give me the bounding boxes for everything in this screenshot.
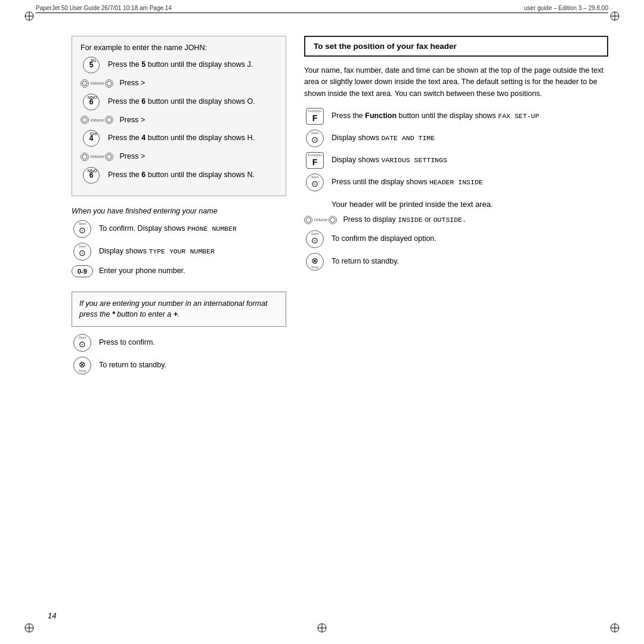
step-icon-vol2: Volume (80, 116, 113, 124)
type-icon: Start ⊙ (72, 243, 93, 261)
step-icon-1: JKL 5 (80, 57, 102, 73)
confirm-icon: Start ⊙ (72, 220, 93, 238)
svg-point-18 (82, 117, 87, 122)
right-text-2: Display shows DATE AND TIME (332, 133, 608, 144)
press-confirm-text: Press to confirm. (99, 338, 286, 348)
vol-circle-r2 (105, 116, 113, 124)
vol-circle-l3 (80, 153, 89, 161)
start-button-2[interactable]: Start ⊙ (73, 243, 91, 261)
step-text-2: Press the 6 button until the display sho… (108, 97, 277, 107)
start-label-1: Start (79, 222, 86, 225)
intro-text: For example to enter the name JOHN: (80, 44, 277, 52)
vol-circle-rr (329, 216, 337, 224)
vol-label-2: Volume (90, 118, 104, 122)
right-icon-2: Start ⊙ (304, 129, 326, 147)
right-step-7: Start ⊙ To confirm the displayed option. (304, 230, 608, 248)
confirm-row: Start ⊙ To confirm. Display shows PHONE … (72, 220, 286, 238)
function-button-1[interactable]: Function F (306, 108, 324, 125)
button-5[interactable]: JKL 5 (83, 57, 100, 73)
start-label-3: Start (79, 336, 86, 339)
finished-section: When you have finished entering your nam… (72, 207, 286, 282)
page-number: 14 (48, 611, 56, 620)
stop-label-left: Stop (79, 369, 86, 373)
start-button-r3[interactable]: Start ⊙ (306, 230, 324, 248)
start-button-3[interactable]: Start ⊙ (73, 334, 91, 352)
start-label-r2: Start (311, 175, 319, 179)
type-text: Display shows TYPE YOUR NUMBER (99, 246, 286, 257)
volume-group-2: Volume (80, 116, 113, 124)
svg-point-17 (107, 81, 112, 86)
start-button-r1[interactable]: Start ⊙ (306, 129, 324, 147)
return-standby-icon-left: ⊗ Stop (72, 357, 93, 374)
step-icon-vol1: ○ Volume (80, 79, 113, 88)
reg-mark-bc (317, 623, 327, 633)
right-icon-8: ⊗ Stop (304, 253, 326, 271)
return-standby-text-left: To return to standby. (99, 360, 286, 371)
volume-group-1: ○ Volume (80, 79, 113, 88)
step-icon-3: GHI 4 (80, 130, 102, 147)
right-text-3: Display shows VARIOUS SETTINGS (332, 155, 608, 166)
enter-num-row: 0-9 Enter your phone number. (72, 265, 286, 277)
button-4[interactable]: GHI 4 (83, 130, 100, 147)
vol-circle-r3 (105, 153, 113, 161)
button-09[interactable]: 0-9 (72, 265, 93, 277)
right-step-2: Start ⊙ Display shows DATE AND TIME (304, 129, 608, 147)
vol-circle-l1: ○ (80, 79, 89, 88)
start-arrow-r1: ⊙ (311, 135, 318, 144)
reg-mark-tl (24, 11, 35, 21)
right-text-6: Press to display INSIDE or OUTSIDE. (343, 215, 608, 225)
step-text-3: Press the 4 button until the display sho… (108, 133, 277, 144)
right-icon-4: Start ⊙ (304, 174, 326, 191)
stop-button-right[interactable]: ⊗ Stop (306, 253, 324, 271)
right-icon-6: Volume (304, 216, 337, 224)
step-text-4: Press the 6 button until the display sho… (108, 170, 277, 181)
start-arrow-2: ⊙ (79, 248, 86, 258)
button-6b[interactable]: MNO 6 (83, 167, 100, 184)
func-letter-2: F (312, 157, 318, 167)
step-text-vol1: Press > (119, 78, 277, 89)
vol-label-1: Volume (90, 81, 104, 85)
right-text-8: To return to standby. (332, 256, 608, 267)
reg-mark-br (609, 623, 620, 633)
svg-text:○: ○ (83, 82, 86, 86)
step-row-3: GHI 4 Press the 4 button until the displ… (80, 130, 277, 147)
button-6b-super: MNO (88, 169, 97, 173)
reg-mark-tr (609, 11, 620, 21)
button-5-super: JKL (90, 58, 97, 63)
right-step-1: Function F Press the Function button unt… (304, 108, 608, 125)
vol-circle-rl (304, 216, 312, 224)
return-standby-row-left: ⊗ Stop To return to standby. (72, 357, 286, 374)
step-row-vol2: Volume Press > (80, 115, 277, 126)
right-step-3: Function F Display shows VARIOUS SETTING… (304, 152, 608, 169)
right-text-7: To confirm the displayed option. (332, 234, 608, 244)
stop-button-left[interactable]: ⊗ Stop (73, 357, 91, 374)
note-text: If you are entering your number in an in… (79, 298, 278, 321)
right-text-5-container: Your header will be printed inside the t… (332, 200, 608, 209)
step-row-vol3: Volume Press > (80, 151, 277, 162)
right-text-4: Press until the display shows HEADER INS… (332, 177, 608, 188)
func-label-1: Function (308, 109, 321, 113)
vol-label-3: Volume (90, 154, 104, 159)
start-arrow-r3: ⊙ (311, 236, 318, 245)
note-box: If you are entering your number in an in… (72, 292, 286, 327)
start-arrow-r2: ⊙ (311, 179, 318, 188)
step-row-4: MNO 6 Press the 6 button until the displ… (80, 167, 277, 184)
start-button-1[interactable]: Start ⊙ (73, 220, 91, 238)
right-column: To set the position of your fax header Y… (304, 36, 608, 596)
right-text-1: Press the Function button until the disp… (332, 111, 608, 122)
function-button-2[interactable]: Function F (306, 152, 324, 169)
button-6a[interactable]: MNO 6 (83, 94, 100, 110)
vol-label-right: Volume (314, 218, 327, 222)
step-text-1: Press the 5 button until the display sho… (108, 60, 277, 70)
section-title-box: To set the position of your fax header (304, 36, 608, 57)
stop-arrow-right: ⊗ (311, 256, 318, 265)
step-text-vol3: Press > (119, 151, 277, 162)
func-letter-1: F (312, 113, 318, 123)
start-button-r2[interactable]: Start ⊙ (306, 174, 324, 191)
func-label-2: Function (308, 153, 321, 157)
press-confirm-row: Start ⊙ Press to confirm. (72, 334, 286, 352)
right-icon-7: Start ⊙ (304, 230, 326, 248)
svg-point-23 (330, 218, 335, 222)
vol-circle-l2 (80, 116, 89, 124)
section-title: To set the position of your fax header (314, 42, 457, 51)
